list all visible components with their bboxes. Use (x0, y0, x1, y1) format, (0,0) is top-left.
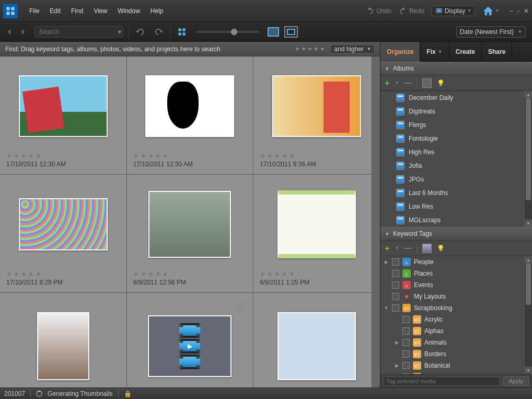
thumbnail-cell[interactable]: ★★★★★17/10/2011 12:30 AM (0, 56, 126, 174)
chevron-right-icon[interactable]: ▶ (394, 363, 399, 368)
tag-input[interactable] (384, 377, 500, 386)
chevron-right-icon[interactable]: ▶ (384, 259, 389, 265)
nav-forward-button[interactable] (17, 26, 29, 38)
tag-item[interactable]: ▶🏷Botanical (380, 360, 532, 371)
hint-icon[interactable]: 💡 (437, 79, 445, 87)
thumbnail-cell[interactable]: ★★★★★17/10/2011 12:30 AM (127, 56, 253, 174)
tag-checkbox[interactable] (402, 350, 410, 358)
add-tag-dropdown[interactable]: ▼ (395, 246, 399, 250)
thumbnail-image[interactable] (277, 190, 356, 258)
grid-scrollbar[interactable] (372, 56, 380, 387)
rating-stars[interactable]: ★★★★★ (260, 152, 374, 159)
tag-checkbox[interactable] (402, 327, 410, 335)
tag-checkbox[interactable] (402, 316, 410, 323)
thumbnail-image[interactable] (148, 191, 231, 258)
rotate-left-button[interactable] (134, 26, 147, 38)
thumbnail-cell[interactable]: ★★★★★ (253, 293, 380, 387)
undo-button[interactable]: Undo (366, 7, 391, 15)
thumbnail-image[interactable]: ▶ (148, 315, 232, 377)
album-item[interactable]: Jofia (380, 159, 532, 173)
tag-item[interactable]: 🏷Borders (380, 348, 532, 360)
menu-file[interactable]: File (24, 5, 44, 17)
thumbnail-cell[interactable]: ★★★★★17/10/2011 8:29 PM (0, 175, 126, 292)
rating-stars[interactable]: ★★★★★ (133, 270, 247, 278)
sort-dropdown[interactable]: Date (Newest First) ▼ (456, 26, 526, 38)
album-item[interactable]: High Res (380, 145, 532, 159)
app-logo[interactable] (3, 4, 18, 18)
find-bar[interactable]: Find: Drag keyword tags, albums, photos,… (0, 42, 380, 56)
remove-album-button[interactable] (404, 83, 411, 84)
tags-header[interactable]: ▼ Keyword Tags (380, 227, 532, 241)
apply-button[interactable]: Apply (503, 377, 529, 386)
menu-find[interactable]: Find (66, 5, 88, 17)
slider-handle[interactable] (231, 29, 237, 35)
tag-checkbox[interactable] (402, 362, 410, 369)
tag-item[interactable]: ⌂Places (380, 268, 532, 279)
menu-window[interactable]: Window (112, 5, 145, 17)
tab-fix[interactable]: Fix▼ (420, 42, 449, 61)
album-item[interactable]: Fontologie (380, 132, 532, 145)
tag-checkbox[interactable] (392, 293, 399, 300)
rotate-right-button[interactable] (152, 26, 165, 38)
thumbnail-cell[interactable]: ▤▶★★★★★ (127, 293, 253, 387)
thumbnail-image[interactable] (19, 198, 108, 250)
search-input[interactable] (39, 28, 118, 36)
tag-item[interactable]: ⌂Events (380, 279, 532, 291)
tag-checkbox[interactable] (392, 258, 399, 266)
tab-create[interactable]: Create (449, 42, 482, 61)
thumbnail-image[interactable] (37, 312, 89, 380)
thumbnail-cell[interactable]: ★★★★★9/9/2011 12:56 PM (127, 175, 253, 292)
albums-header[interactable]: ▼ Albums (380, 62, 532, 75)
remove-tag-button[interactable] (404, 248, 411, 249)
tag-item[interactable]: 🏷Acrylic (380, 314, 532, 325)
menu-help[interactable]: Help (145, 5, 169, 17)
edit-album-button[interactable] (422, 78, 432, 88)
rating-stars[interactable]: ★★★★★ (133, 152, 247, 159)
album-item[interactable]: JPGs (380, 173, 532, 186)
chevron-right-icon[interactable]: ▶ (394, 340, 399, 345)
album-item[interactable]: MGLscraps (380, 213, 532, 227)
tag-item[interactable]: ▶🏷Animals (380, 337, 532, 348)
thumbnail-cell[interactable]: ★★★★★17/10/2011 9:36 AM (253, 56, 380, 174)
search-box[interactable]: ▾ (34, 26, 123, 38)
album-item[interactable]: Flergs (380, 118, 532, 132)
tag-checkbox[interactable] (392, 281, 399, 289)
tag-item[interactable]: 🏷Boxes (380, 371, 532, 374)
album-item[interactable]: Digitreats (380, 105, 532, 118)
single-view-button[interactable] (268, 27, 279, 37)
fullscreen-view-button[interactable] (284, 26, 298, 38)
home-button[interactable]: ▼ (482, 5, 499, 17)
tag-item[interactable]: ♥My Layouts (380, 291, 532, 302)
tag-item[interactable]: ▶⌂People (380, 256, 532, 268)
add-album-button[interactable]: + (385, 78, 389, 88)
tab-organize[interactable]: Organize (380, 42, 420, 62)
tag-checkbox[interactable] (392, 304, 399, 312)
rating-stars[interactable]: ★★★★★ (6, 152, 120, 159)
redo-button[interactable]: Redo (399, 7, 424, 15)
thumbnail-image[interactable] (145, 75, 234, 137)
search-dropdown[interactable]: ▾ (118, 28, 121, 36)
thumbnail-image[interactable] (277, 312, 356, 380)
minimize-button[interactable]: – (510, 7, 513, 15)
thumbnail-image[interactable] (272, 75, 361, 137)
thumbnail-image[interactable] (19, 75, 108, 137)
add-tag-button[interactable]: + (385, 244, 389, 253)
hint-icon[interactable]: 💡 (437, 245, 445, 252)
rating-filter-dropdown[interactable]: and higher ▼ (330, 44, 375, 54)
tag-checkbox[interactable] (402, 339, 410, 346)
album-item[interactable]: December Daily (380, 91, 532, 105)
nav-back-button[interactable] (3, 26, 16, 38)
rating-stars[interactable]: ★★★★★ (6, 270, 120, 278)
tag-item[interactable]: 🏷Alphas (380, 325, 532, 337)
albums-scrollbar[interactable]: ▲ ▼ (524, 91, 532, 227)
menu-view[interactable]: View (88, 5, 112, 17)
album-item[interactable]: Last 6 Months (380, 186, 532, 200)
tags-scrollbar[interactable]: ▲ ▼ (524, 256, 532, 374)
add-album-dropdown[interactable]: ▼ (395, 81, 399, 85)
display-dropdown[interactable]: Display ▼ (432, 6, 475, 16)
edit-tag-button[interactable] (422, 244, 432, 253)
thumbnail-cell[interactable]: ★★★★★ (0, 293, 126, 387)
chevron-down-icon[interactable]: ▼ (384, 305, 389, 311)
rating-stars[interactable]: ★★★★★ (260, 270, 374, 278)
tag-item[interactable]: ▼🏷Scrapbooking (380, 302, 532, 314)
